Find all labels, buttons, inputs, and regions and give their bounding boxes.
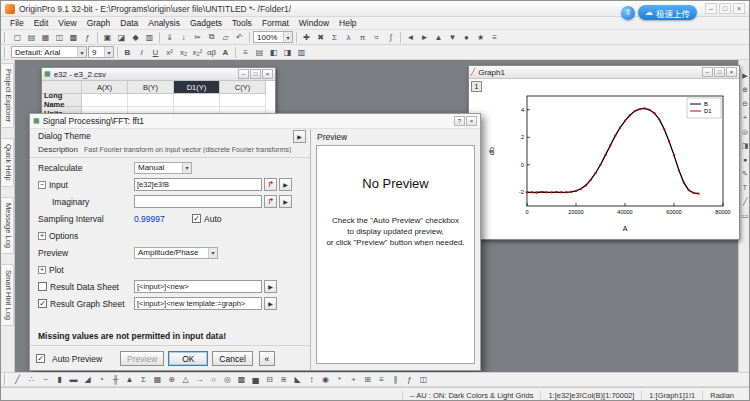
scatter-plot-icon[interactable]: ∴	[25, 373, 38, 386]
result-graph-field[interactable]: [<input>]<new template:=graph>	[134, 297, 262, 310]
dialog-theme-flyout-button[interactable]: ▶	[293, 130, 306, 143]
align-left-icon[interactable]: ≡	[239, 46, 252, 59]
font-combo[interactable]: Default: Arial▾	[11, 46, 87, 58]
menu-item[interactable]: View	[53, 18, 81, 28]
toolbar-grip[interactable]	[4, 47, 7, 58]
chevron-down-icon[interactable]: ▾	[182, 163, 191, 173]
cancel-button[interactable]: Cancel	[212, 351, 252, 366]
pointer-tool-icon[interactable]: ▶	[740, 70, 750, 81]
toolbar-grip[interactable]	[4, 32, 7, 43]
preview-type-combo[interactable]: Amplitude/Phase▾	[134, 247, 218, 259]
menu-item[interactable]: Data	[115, 18, 143, 28]
close-button[interactable]: ×	[733, 3, 745, 14]
data-selector-icon[interactable]: ◨	[740, 140, 750, 151]
area-chart-icon[interactable]: ◢	[81, 373, 94, 386]
histogram-icon[interactable]: ▅	[249, 373, 262, 386]
input-flyout-button[interactable]: ▶	[279, 178, 292, 191]
symbol-icon[interactable]: π	[356, 31, 369, 44]
box-chart-icon[interactable]: ⊟	[263, 373, 276, 386]
new-workbook-icon[interactable]: ▦	[39, 31, 52, 44]
stack-chart-icon[interactable]: ≡	[375, 373, 388, 386]
fill-area-icon[interactable]: ◣	[291, 373, 304, 386]
dock-tab[interactable]: Project Explorer	[2, 63, 14, 128]
subscript-button[interactable]: x₂	[177, 46, 190, 59]
draw-tool-icon[interactable]: ✎	[740, 168, 750, 179]
ternary-chart-icon[interactable]: △	[179, 373, 192, 386]
superscript-button[interactable]: x²	[163, 46, 176, 59]
minimize-button[interactable]: –	[705, 3, 717, 14]
script-icon[interactable]: λ	[342, 31, 355, 44]
imaginary-range-selector-button[interactable]: ↱	[264, 195, 277, 208]
next-icon[interactable]: ►	[418, 31, 431, 44]
menu-item[interactable]: Gadgets	[185, 18, 227, 28]
parallel-chart-icon[interactable]: ∥	[389, 373, 402, 386]
copy-icon[interactable]: ⧉	[205, 31, 218, 44]
print-icon[interactable]: ▥	[143, 31, 156, 44]
template-icon[interactable]: ▦	[151, 373, 164, 386]
cell[interactable]	[220, 94, 266, 107]
recalculate-combo[interactable]: Manual▾	[134, 162, 192, 174]
down-icon[interactable]: ▼	[446, 31, 459, 44]
paste-icon[interactable]: ▱	[219, 31, 232, 44]
new-graph2-icon[interactable]: ◫	[417, 373, 430, 386]
chevron-down-icon[interactable]: ▾	[208, 248, 217, 258]
menu-item[interactable]: Format	[257, 18, 294, 28]
imaginary-flyout-button[interactable]: ▶	[279, 195, 292, 208]
open-template-icon[interactable]: ◪	[115, 31, 128, 44]
mask-tool-icon[interactable]: ●	[740, 154, 750, 165]
sum-icon[interactable]: Σ	[328, 31, 341, 44]
polar-chart-icon[interactable]: ⊕	[165, 373, 178, 386]
menu-item[interactable]: Help	[334, 18, 361, 28]
spider-chart-icon[interactable]: *	[333, 373, 346, 386]
cut-icon[interactable]: ✂	[191, 31, 204, 44]
undo-icon[interactable]: ↶	[233, 31, 246, 44]
maximize-button[interactable]: □	[714, 67, 725, 77]
border-icon[interactable]: ◨	[281, 46, 294, 59]
new-folder-icon[interactable]: ▤	[25, 31, 38, 44]
integrate-icon[interactable]: ∫	[384, 31, 397, 44]
zoom-chart-icon[interactable]: +	[347, 373, 360, 386]
line-plot-icon[interactable]: ╱	[11, 373, 24, 386]
zoom-in-tool-icon[interactable]: ⊕	[740, 84, 750, 95]
pie-chart-icon[interactable]: ◔	[95, 373, 108, 386]
new-graph-icon[interactable]: ◫	[53, 31, 66, 44]
cell[interactable]	[82, 94, 128, 107]
cell[interactable]	[128, 94, 174, 107]
cell[interactable]	[174, 94, 220, 107]
style-icon[interactable]: ▥	[295, 46, 308, 59]
column-header[interactable]: B(Y)	[128, 81, 174, 94]
text-tool-icon[interactable]: T	[740, 182, 750, 193]
close-button[interactable]: ×	[262, 69, 273, 79]
menu-item[interactable]: Edit	[29, 18, 54, 28]
layer1-button[interactable]: 1	[471, 81, 482, 92]
bar-chart-icon[interactable]: ▬	[67, 373, 80, 386]
column-header[interactable]: D1(Y)	[174, 81, 220, 94]
subsuperscript-button[interactable]: x₂²	[191, 46, 204, 59]
sampling-interval-value[interactable]: 0.99997	[134, 214, 192, 224]
graph-page[interactable]: 1 020000400006000080000-2024AdbBD1	[469, 79, 739, 239]
collapse-branch-icon[interactable]: −	[38, 181, 46, 189]
smith-chart-icon[interactable]: ◉	[319, 373, 332, 386]
expand-branch-icon[interactable]: +	[38, 232, 46, 240]
list-icon[interactable]: ≡	[488, 31, 501, 44]
result-data-flyout-button[interactable]: ▶	[264, 280, 277, 293]
data-reader-icon[interactable]: ◎	[740, 126, 750, 137]
rectangle-tool-icon[interactable]: ▭	[740, 210, 750, 221]
stock-chart-icon[interactable]: ↕	[305, 373, 318, 386]
italic-button[interactable]: I	[135, 46, 148, 59]
maximize-button[interactable]: □	[250, 69, 261, 79]
save-project-icon[interactable]: ◆	[129, 31, 142, 44]
chevron-down-icon[interactable]: ▾	[77, 47, 86, 57]
column-header[interactable]: C(Y)	[220, 81, 266, 94]
record-icon[interactable]: ●	[460, 31, 473, 44]
input-range-selector-button[interactable]: ↱	[264, 178, 277, 191]
column-chart-icon[interactable]: ▮	[53, 373, 66, 386]
font-color-button[interactable]: A	[219, 46, 232, 59]
greek-button[interactable]: αβ	[205, 46, 218, 59]
new-function-icon[interactable]: ƒ	[81, 31, 94, 44]
menu-item[interactable]: Window	[294, 18, 334, 28]
chevron-down-icon[interactable]: ▾	[104, 47, 113, 57]
multi-panel-icon[interactable]: ⊞	[361, 373, 374, 386]
bold-button[interactable]: B	[121, 46, 134, 59]
upload-cloud-icon[interactable]: ⇑	[621, 6, 635, 20]
